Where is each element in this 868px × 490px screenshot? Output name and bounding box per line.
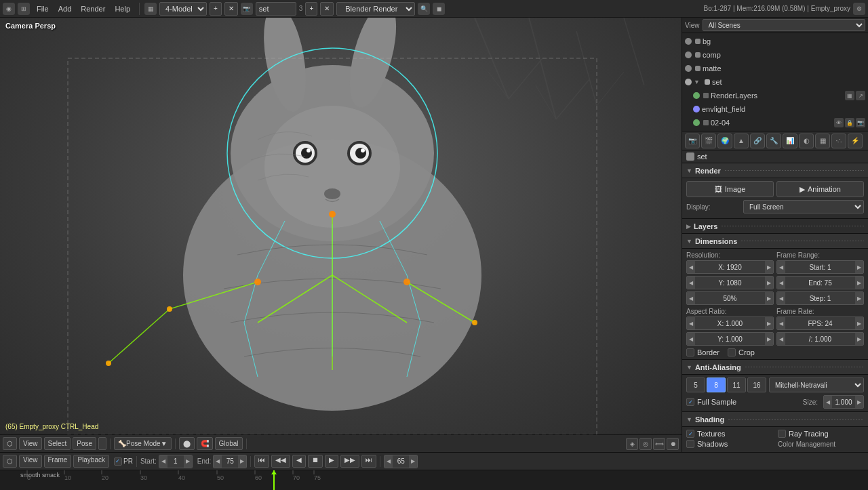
orient-btn[interactable]: Global (215, 437, 243, 450)
start-inc[interactable]: ▶ (855, 261, 863, 273)
menu-render[interactable]: Render (77, 3, 109, 14)
scene-item-set[interactable]: ▼ set (682, 75, 868, 89)
res-y-inc[interactable]: ▶ (765, 277, 773, 289)
raytracing-cb[interactable] (778, 430, 786, 438)
fps-ratio-field[interactable]: ◀ /: 1.000 ▶ (776, 332, 864, 346)
mode-select[interactable]: 4-Model (159, 2, 207, 16)
prop-edit-icon[interactable]: ◈ (626, 438, 638, 450)
tl-end-field[interactable]: ◀ 75 ▶ (213, 455, 247, 468)
aa-btn-16[interactable]: 16 (747, 377, 766, 392)
tl-end-inc[interactable]: ▶ (238, 455, 246, 468)
layout-icon[interactable]: ▦ (144, 3, 157, 15)
scene-item-bg[interactable]: bg (682, 35, 868, 48)
add-screen-btn[interactable]: + (210, 2, 222, 16)
tl-start-field[interactable]: ◀ 1 ▶ (159, 455, 193, 468)
world-props-icon[interactable]: 🌍 (717, 134, 732, 148)
size-field[interactable]: ◀ 1.000 ▶ (823, 395, 864, 409)
render-vis-icon[interactable]: 📷 (856, 118, 865, 127)
render-props-icon[interactable]: 📷 (685, 134, 700, 148)
vt-menu-pose[interactable]: Pose (73, 437, 96, 450)
timeline-area[interactable]: smooth smack 0 10 20 30 40 50 60 70 75 (0, 470, 868, 490)
dims-section-header[interactable]: ▼ Dimensions (682, 234, 868, 249)
snap-btn[interactable]: 🧲 (197, 437, 213, 450)
data-icon[interactable]: 📊 (783, 134, 797, 148)
scene-props-icon[interactable]: 🎬 (701, 134, 716, 148)
menu-help[interactable]: Help (111, 3, 134, 14)
aa-filter-select[interactable]: Mitchell-Netravali (769, 377, 864, 392)
fps-inc[interactable]: ▶ (855, 317, 863, 329)
scene-item-envlight[interactable]: envlight_field (690, 102, 868, 116)
end-inc[interactable]: ▶ (855, 277, 863, 289)
ay-field[interactable]: ◀ Y: 1.000 ▶ (686, 332, 774, 346)
pass-icon2[interactable]: ↗ (856, 91, 865, 100)
vt-menu-select[interactable]: Select (44, 437, 71, 450)
scene-item-02-04[interactable]: 02-04 👁 🔒 📷 (690, 116, 868, 129)
res-x-inc[interactable]: ▶ (765, 261, 773, 273)
scene-name-input[interactable] (256, 2, 296, 16)
pct-dec[interactable]: ◀ (687, 292, 695, 304)
menu-add[interactable]: Add (54, 3, 76, 14)
size-dec[interactable]: ◀ (824, 396, 832, 408)
tl-view-menu[interactable]: View (19, 455, 42, 468)
material-icon[interactable]: ◐ (799, 134, 814, 148)
shading-section-header[interactable]: ▼ Shading (682, 412, 868, 427)
play-rev-btn[interactable]: ◀ (292, 455, 306, 468)
step-inc[interactable]: ▶ (855, 292, 863, 304)
scene-item-matte[interactable]: matte (682, 62, 868, 75)
render-image-btn[interactable]: 🖼 Image (686, 181, 774, 197)
ax-field[interactable]: ◀ X: 1.000 ▶ (686, 317, 774, 330)
scene-item-comp[interactable]: comp (682, 48, 868, 62)
frame-add-btn[interactable]: + (305, 2, 317, 16)
frame-del-btn[interactable]: ✕ (320, 2, 334, 16)
props-content[interactable]: ▼ Render 🖼 Image ▶ Animation Display: (682, 163, 868, 452)
record-icon[interactable]: ⏺ (667, 438, 679, 450)
render-icon[interactable]: 📷 (241, 3, 253, 15)
object-props-icon[interactable]: ▲ (734, 134, 749, 148)
window-icon[interactable]: ⊞ (18, 3, 30, 15)
res-x-field[interactable]: ◀ X: 1920 ▶ (686, 260, 774, 274)
render-section-header[interactable]: ▼ Render (682, 163, 868, 178)
constraints-icon[interactable]: 🔗 (750, 134, 765, 148)
aa-btn-5[interactable]: 5 (686, 377, 705, 392)
stop-btn[interactable]: ⏹ (308, 455, 323, 468)
aa-btn-8[interactable]: 8 (707, 377, 726, 392)
res-x-dec[interactable]: ◀ (687, 261, 695, 273)
ratio-inc[interactable]: ▶ (855, 333, 863, 345)
scene-item-renderlayers[interactable]: RenderLayers ▦ ↗ (690, 89, 868, 102)
step-dec[interactable]: ◀ (777, 292, 785, 304)
res-y-field[interactable]: ◀ Y: 1080 ▶ (686, 276, 774, 289)
mirror-icon[interactable]: ⟺ (653, 438, 665, 450)
search-icon[interactable]: 🔍 (418, 3, 430, 15)
tl-start-dec[interactable]: ◀ (159, 455, 167, 468)
physics-icon[interactable]: ⚡ (848, 134, 863, 148)
step-field[interactable]: ◀ Step: 1 ▶ (776, 291, 864, 305)
cur-dec[interactable]: ◀ (384, 455, 393, 468)
pr-cb[interactable] (114, 457, 122, 466)
view-mode-icon[interactable]: ⬡ (3, 437, 17, 450)
current-frame-field[interactable]: ◀ 65 ▶ (384, 455, 418, 468)
del-screen-btn[interactable]: ✕ (224, 2, 238, 16)
display-select[interactable]: Full Screen (743, 200, 864, 213)
eye-icon[interactable]: 👁 (834, 118, 844, 127)
full-sample-cb[interactable] (686, 398, 694, 406)
ax-dec[interactable]: ◀ (687, 317, 695, 329)
render-pass-icon[interactable]: ▦ (845, 91, 854, 100)
tl-playback-menu[interactable]: Playback (73, 455, 109, 468)
ax-inc[interactable]: ▶ (765, 317, 773, 329)
aa-btn-11[interactable]: 11 (727, 377, 746, 392)
pivot-btn[interactable]: ⬤ (179, 437, 195, 450)
fps-field[interactable]: ◀ FPS: 24 ▶ (776, 317, 864, 330)
res-y-dec[interactable]: ◀ (687, 277, 695, 289)
end-field[interactable]: ◀ End: 75 ▶ (776, 276, 864, 289)
ratio-dec[interactable]: ◀ (777, 333, 785, 345)
restrict-icon[interactable]: 🔒 (845, 118, 854, 127)
cur-inc[interactable]: ▶ (409, 455, 417, 468)
prev-keyframe-btn[interactable]: ◀◀ (271, 455, 290, 468)
start-field[interactable]: ◀ Start: 1 ▶ (776, 260, 864, 274)
vt-menu-object[interactable] (98, 437, 106, 450)
particles-icon[interactable]: ·∴ (831, 134, 846, 148)
engine-select[interactable]: Blender Render (336, 2, 415, 16)
end-dec[interactable]: ◀ (777, 277, 785, 289)
render-anim-btn[interactable]: ▶ Animation (776, 181, 864, 197)
next-keyframe-btn[interactable]: ▶▶ (340, 455, 359, 468)
